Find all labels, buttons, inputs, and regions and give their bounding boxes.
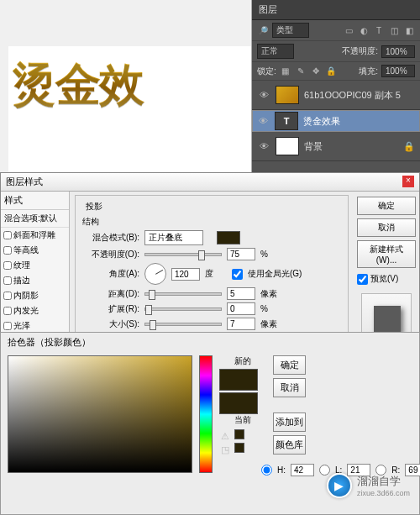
effect-checkbox[interactable] (3, 261, 12, 270)
effect-bevel[interactable]: 斜面和浮雕 (1, 228, 69, 243)
document-canvas: 烫金效 (0, 0, 252, 172)
lock-icon: 🔒 (403, 141, 415, 152)
ok-button[interactable]: 确定 (357, 197, 416, 215)
layer-thumbnail[interactable] (276, 137, 299, 155)
layer-name[interactable]: 烫金效果 (303, 115, 340, 128)
effect-checkbox[interactable] (3, 307, 12, 315)
layers-tab[interactable]: 图层 (252, 0, 420, 20)
cancel-button[interactable]: 取消 (357, 218, 416, 237)
layer-item-background[interactable]: 👁 背景 🔒 (252, 132, 420, 161)
dialog-title: 图层样式 (6, 176, 43, 188)
effect-inner-shadow[interactable]: 内阴影 (1, 288, 69, 303)
blending-options[interactable]: 混合选项:默认 (1, 210, 69, 228)
current-color-swatch (219, 392, 258, 414)
section-title: 投影 (82, 201, 106, 213)
effect-checkbox[interactable] (3, 292, 12, 300)
fill-label: 填充: (359, 66, 378, 77)
effect-stroke[interactable]: 描边 (1, 273, 69, 288)
websafe-swatch[interactable] (234, 429, 244, 439)
global-light-checkbox[interactable] (232, 269, 243, 280)
layer-thumbnail[interactable] (276, 86, 299, 104)
h-label: H: (277, 465, 286, 475)
size-unit: 像素 (260, 318, 282, 330)
warning-icon[interactable]: ⚠ (219, 431, 231, 443)
effect-inner-glow[interactable]: 内发光 (1, 303, 69, 318)
effect-checkbox[interactable] (3, 246, 12, 255)
fill-field[interactable]: 100% (381, 65, 415, 77)
lock-pixels-icon[interactable]: ✎ (295, 66, 307, 77)
new-style-button[interactable]: 新建样式(W)... (357, 240, 416, 268)
filter-type-select[interactable]: 类型 (272, 23, 309, 38)
new-color-swatch (219, 369, 258, 391)
effects-list: 样式 混合选项:默认 斜面和浮雕 等高线 纹理 描边 内阴影 内发光 光泽 颜色… (1, 192, 70, 341)
current-color-label: 当前 (219, 414, 266, 426)
layer-thumbnail[interactable]: T (275, 112, 298, 130)
picker-title: 拾色器（投影颜色） (1, 333, 419, 352)
gold-text-layer: 烫金效 (8, 46, 251, 116)
visibility-toggle[interactable]: 👁 (257, 90, 270, 100)
visibility-toggle[interactable]: 👁 (256, 116, 270, 126)
angle-unit: 度 (205, 268, 227, 280)
preview-checkbox[interactable] (357, 274, 368, 285)
cube-icon[interactable]: ◳ (219, 444, 231, 455)
angle-dial[interactable] (144, 263, 166, 285)
opacity-field[interactable]: 100% (381, 45, 415, 58)
opacity-unit: % (260, 250, 282, 259)
saturation-value-field[interactable] (8, 355, 192, 473)
color-library-button[interactable]: 颜色库 (273, 435, 306, 455)
opacity-label: 不透明度(O): (82, 249, 139, 260)
effect-contour[interactable]: 等高线 (1, 243, 69, 258)
watermark-brand: 溜溜自学 (357, 474, 410, 489)
size-label: 大小(S): (82, 318, 139, 330)
opacity-slider[interactable] (144, 253, 222, 256)
new-color-label: 新的 (219, 355, 266, 367)
distance-input[interactable]: 5 (227, 287, 255, 300)
add-swatch-button[interactable]: 添加到 (273, 413, 306, 432)
effect-texture[interactable]: 纹理 (1, 258, 69, 273)
spread-input[interactable]: 0 (227, 302, 255, 315)
opacity-input[interactable]: 75 (227, 248, 255, 260)
spread-unit: % (260, 304, 282, 313)
blend-mode-select[interactable]: 正片叠底 (144, 230, 203, 245)
distance-label: 距离(D): (82, 288, 139, 300)
size-input[interactable]: 7 (227, 318, 255, 330)
blend-mode-select[interactable]: 正常 (257, 44, 294, 59)
visibility-toggle[interactable]: 👁 (257, 141, 270, 151)
layer-style-dialog: 图层样式 × 样式 混合选项:默认 斜面和浮雕 等高线 纹理 描边 内阴影 内发… (0, 172, 420, 340)
layer-name[interactable]: 61b1OOOPIC09 副本 5 (304, 89, 401, 102)
filter-smart-icon[interactable]: ◧ (403, 24, 415, 36)
lock-transparent-icon[interactable]: ▦ (280, 66, 291, 77)
filter-type-icon[interactable]: T (373, 24, 385, 36)
size-slider[interactable] (144, 323, 222, 326)
layer-item-gold[interactable]: 👁 61b1OOOPIC09 副本 5 (252, 81, 420, 110)
filter-pixel-icon[interactable]: ▭ (343, 24, 354, 36)
nearest-swatch[interactable] (234, 443, 244, 453)
layer-item-text[interactable]: 👁 T 烫金效果 (252, 110, 420, 132)
artboard: 烫金效 (8, 46, 251, 172)
picker-cancel-button[interactable]: 取消 (273, 378, 306, 397)
lock-label: 锁定: (257, 66, 276, 77)
layer-name[interactable]: 背景 (304, 140, 323, 153)
styles-header[interactable]: 样式 (1, 192, 69, 210)
angle-label: 角度(A): (82, 268, 139, 280)
distance-slider[interactable] (144, 292, 222, 296)
effect-checkbox[interactable] (3, 276, 12, 285)
effect-settings: 投影 结构 混合模式(B): 正片叠底 不透明度(O): 75 % 角度(A): (70, 192, 354, 341)
filter-shape-icon[interactable]: ◫ (388, 24, 400, 36)
spread-slider[interactable] (144, 307, 222, 311)
h-radio[interactable] (261, 465, 272, 476)
h-input[interactable]: 42 (291, 464, 314, 476)
angle-input[interactable]: 120 (171, 268, 200, 281)
effect-checkbox[interactable] (3, 231, 12, 239)
picker-ok-button[interactable]: 确定 (273, 355, 306, 375)
close-button[interactable]: × (402, 176, 414, 187)
lock-all-icon[interactable]: 🔒 (325, 66, 337, 77)
filter-adjust-icon[interactable]: ◐ (358, 24, 370, 36)
shadow-color-swatch[interactable] (217, 231, 240, 244)
distance-unit: 像素 (260, 288, 282, 300)
effect-checkbox[interactable] (3, 322, 12, 330)
hue-slider[interactable] (199, 355, 213, 473)
watermark-logo-icon: ▶ (327, 473, 352, 498)
search-icon: 🔎 (257, 24, 269, 36)
lock-position-icon[interactable]: ✥ (310, 66, 322, 77)
